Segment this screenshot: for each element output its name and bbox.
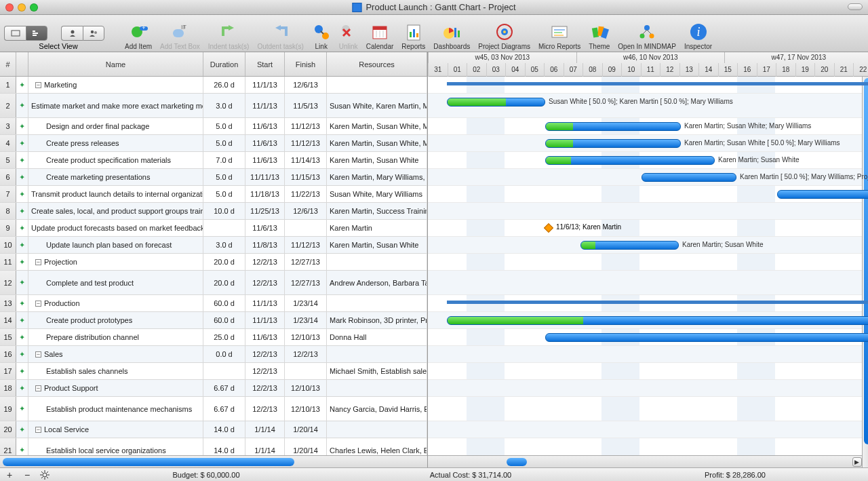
duration-cell[interactable]: 5.0 d: [203, 135, 245, 151]
start-cell[interactable]: 11/18/13: [245, 186, 285, 202]
toolbar-project-diagrams[interactable]: Project Diagrams: [478, 21, 530, 50]
collapse-icon[interactable]: −: [35, 82, 41, 88]
table-row[interactable]: 14✦Create product prototypes60.0 d11/1/1…: [0, 312, 427, 329]
col-start-header[interactable]: Start: [245, 52, 285, 76]
gantt-row[interactable]: [428, 295, 868, 312]
view-people-segmented[interactable]: [61, 26, 104, 41]
finish-cell[interactable]: 12/6/13: [285, 77, 327, 93]
task-name-cell[interactable]: Complete and test product: [28, 271, 203, 294]
gantt-row[interactable]: [428, 254, 868, 271]
row-indicator[interactable]: ✦: [16, 329, 28, 345]
finish-cell[interactable]: 12/10/13: [285, 397, 327, 421]
day-label[interactable]: 12: [660, 63, 679, 77]
toolbar-open-in-mindmap[interactable]: Open In MINDMAP: [618, 21, 676, 50]
minimize-window-icon[interactable]: [18, 3, 26, 12]
day-label[interactable]: 02: [467, 63, 486, 77]
table-row[interactable]: 13✦−Production60.0 d11/1/131/23/14: [0, 295, 427, 312]
gantt-row[interactable]: [428, 380, 868, 397]
row-indicator[interactable]: ✦: [16, 271, 28, 294]
resources-cell[interactable]: Susan White, Mary Williams: [327, 186, 427, 202]
remove-tool-icon[interactable]: −: [22, 469, 33, 480]
duration-cell[interactable]: 6.67 d: [203, 397, 245, 421]
start-cell[interactable]: 11/1/13: [245, 295, 285, 311]
table-row[interactable]: 2✦Estimate market and make more exact ma…: [0, 94, 427, 118]
gantt-hscroll[interactable]: ▶ ⇥: [428, 455, 868, 467]
finish-cell[interactable]: 11/5/13: [285, 94, 327, 117]
gantt-bar[interactable]: Karen Martin; Susan White: [545, 156, 715, 165]
finish-cell[interactable]: 11/22/13: [285, 186, 327, 202]
resources-cell[interactable]: Michael Smith, Establish sales channels: [327, 363, 427, 379]
resources-cell[interactable]: [327, 346, 427, 362]
resources-cell[interactable]: Karen Martin, Susan White, Mary Williams: [327, 135, 427, 151]
gantt-row[interactable]: Karen Martin; Susan White [ 50.0 %]; Mar…: [428, 135, 868, 152]
table-row[interactable]: 10✦Update launch plan based on forecast3…: [0, 237, 427, 254]
start-cell[interactable]: 12/2/13: [245, 254, 285, 270]
task-name-cell[interactable]: Estimate market and make more exact mark…: [28, 94, 203, 117]
task-name-cell[interactable]: Design and order final package: [28, 118, 203, 134]
duration-cell[interactable]: 10.0 d: [203, 203, 245, 219]
row-indicator[interactable]: ✦: [16, 421, 28, 438]
finish-cell[interactable]: 11/12/13: [285, 118, 327, 134]
task-name-cell[interactable]: Prepare distribution channel: [28, 329, 203, 345]
resources-cell[interactable]: Karen Martin, Success Trainings corp.: [327, 203, 427, 219]
table-row[interactable]: 20✦−Local Service14.0 d1/1/141/20/14: [0, 421, 427, 438]
day-label[interactable]: 06: [544, 63, 564, 77]
duration-cell[interactable]: 60.0 d: [203, 312, 245, 328]
table-row[interactable]: 9✦Update product forecasts based on mark…: [0, 220, 427, 237]
table-row[interactable]: 15✦Prepare distribution channel25.0 d11/…: [0, 329, 427, 346]
duration-cell[interactable]: 0.0 d: [203, 346, 245, 362]
view-single-person-icon[interactable]: [61, 26, 83, 41]
view-multi-person-icon[interactable]: [83, 26, 104, 41]
start-cell[interactable]: 12/2/13: [245, 346, 285, 362]
task-name-cell[interactable]: Establish sales channels: [28, 363, 203, 379]
gantt-row[interactable]: [428, 186, 868, 203]
task-name-cell[interactable]: Establish local service organizations: [28, 438, 203, 455]
day-label[interactable]: 21: [834, 63, 854, 77]
close-window-icon[interactable]: [5, 3, 14, 12]
finish-cell[interactable]: 11/14/13: [285, 152, 327, 168]
collapse-icon[interactable]: −: [35, 259, 41, 265]
finish-cell[interactable]: [285, 220, 327, 236]
resources-cell[interactable]: Karen Martin, Susan White: [327, 237, 427, 253]
day-label[interactable]: 04: [505, 63, 525, 77]
gantt-row[interactable]: [428, 77, 868, 94]
day-label[interactable]: 05: [525, 63, 545, 77]
resources-cell[interactable]: [327, 421, 427, 438]
gantt-bar[interactable]: [447, 301, 868, 304]
gantt-row[interactable]: [428, 271, 868, 295]
row-indicator[interactable]: ✦: [16, 94, 28, 117]
duration-cell[interactable]: 14.0 d: [203, 421, 245, 438]
duration-cell[interactable]: [203, 220, 245, 236]
day-label[interactable]: 22: [853, 63, 868, 77]
task-name-cell[interactable]: Create product prototypes: [28, 312, 203, 328]
gantt-bar[interactable]: Karen Martin; Susan White; Mary Williams: [545, 122, 681, 131]
table-row[interactable]: 11✦−Projection20.0 d12/2/1312/27/13: [0, 254, 427, 271]
view-gantt-icon[interactable]: [26, 26, 47, 41]
task-name-cell[interactable]: Create press releases: [28, 135, 203, 151]
duration-cell[interactable]: 25.0 d: [203, 329, 245, 345]
finish-cell[interactable]: 11/15/13: [285, 169, 327, 185]
finish-cell[interactable]: 12/10/13: [285, 329, 327, 345]
view-card-icon[interactable]: [4, 26, 26, 41]
row-indicator[interactable]: ✦: [16, 254, 28, 270]
start-cell[interactable]: 11/25/13: [245, 203, 285, 219]
day-label[interactable]: 07: [564, 63, 583, 77]
resources-cell[interactable]: [327, 254, 427, 270]
table-row[interactable]: 18✦−Product Support6.67 d12/2/1312/10/13: [0, 380, 427, 397]
resources-cell[interactable]: [327, 295, 427, 311]
resources-cell[interactable]: Karen Martin: [327, 220, 427, 236]
day-label[interactable]: 15: [718, 63, 738, 77]
task-name-cell[interactable]: −Marketing: [28, 77, 203, 93]
finish-cell[interactable]: 11/12/13: [285, 237, 327, 253]
row-indicator[interactable]: ✦: [16, 203, 28, 219]
toolbar-theme[interactable]: Theme: [589, 21, 610, 50]
gantt-row[interactable]: [428, 203, 868, 220]
resources-cell[interactable]: [327, 380, 427, 396]
gantt-row[interactable]: Susan White [ 50.0 %]; Karen Martin [ 50…: [428, 94, 868, 118]
task-name-cell[interactable]: Update launch plan based on forecast: [28, 237, 203, 253]
resources-cell[interactable]: Karen Martin, Mary Williams, Projector: [327, 169, 427, 185]
settings-gear-icon[interactable]: [39, 469, 50, 480]
day-label[interactable]: 19: [795, 63, 815, 77]
view-mode-segmented[interactable]: [4, 26, 47, 41]
task-name-cell[interactable]: −Sales: [28, 346, 203, 362]
